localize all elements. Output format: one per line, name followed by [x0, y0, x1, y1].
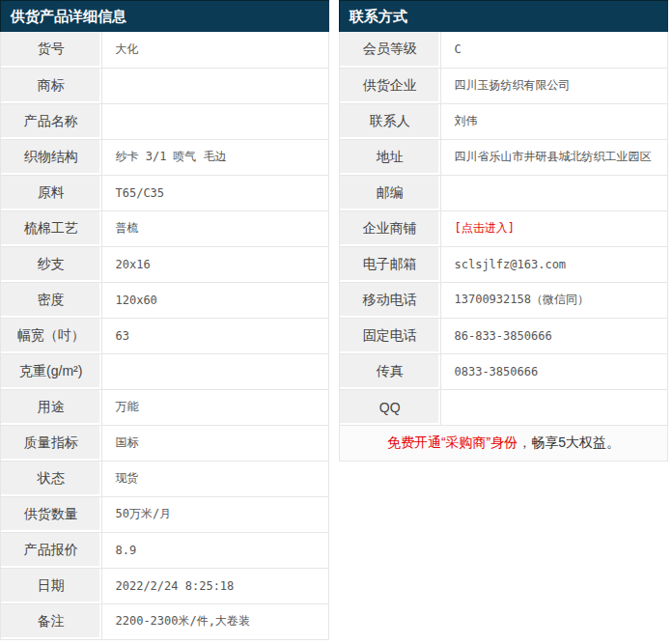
table-row: QQ: [340, 389, 667, 425]
row-value: [101, 353, 328, 389]
contact-panel-title: 联系方式: [339, 0, 668, 32]
row-value: 120x60: [101, 282, 328, 318]
row-label: QQ: [340, 389, 440, 425]
row-value: 纱卡 3/1 喷气 毛边: [101, 139, 328, 175]
row-label: 产品名称: [1, 103, 101, 139]
row-label: 产品报价: [1, 532, 101, 568]
shop-enter-link[interactable]: [点击进入]: [455, 221, 515, 235]
row-label: 会员等级: [340, 32, 440, 68]
table-row: 原料T65/C35: [1, 175, 328, 210]
product-panel-title: 供货产品详细信息: [0, 0, 329, 32]
row-value: 2200-2300米/件,大卷装: [101, 603, 328, 639]
row-value: 现货: [101, 461, 328, 496]
table-row: 织物结构纱卡 3/1 喷气 毛边: [1, 139, 328, 175]
table-row: 地址四川省乐山市井研县城北纺织工业园区: [340, 139, 667, 175]
table-row: 质量指标国标: [1, 425, 328, 461]
membership-promo-text: ，畅享5大权益。: [518, 434, 620, 450]
table-row: 电子邮箱sclsjlfz@163.com: [340, 246, 667, 282]
table-row: 幅宽（吋）63: [1, 318, 328, 353]
row-value: 13700932158（微信同）: [440, 282, 667, 318]
page: 供货产品详细信息 货号大化 商标 产品名称 织物结构纱卡 3/1 喷气 毛边 原…: [0, 0, 672, 640]
row-value: 刘伟: [440, 103, 667, 139]
table-row: 产品名称: [1, 103, 328, 139]
product-detail-table: 货号大化 商标 产品名称 织物结构纱卡 3/1 喷气 毛边 原料T65/C35 …: [0, 32, 329, 640]
row-value: 国标: [101, 425, 328, 461]
table-row: 纱支20x16: [1, 246, 328, 282]
row-value: 四川省乐山市井研县城北纺织工业园区: [440, 139, 667, 175]
row-label: 质量指标: [1, 425, 101, 461]
table-row: 固定电话86-833-3850666: [340, 318, 667, 353]
row-value: 万能: [101, 389, 328, 425]
membership-promo-link[interactable]: 免费开通“采购商”身份: [387, 434, 518, 450]
row-label: 梳棉工艺: [1, 210, 101, 246]
row-value: 63: [101, 318, 328, 353]
table-row: 供货数量50万米/月: [1, 496, 328, 532]
row-label: 织物结构: [1, 139, 101, 175]
table-row: 备注2200-2300米/件,大卷装: [1, 603, 328, 639]
row-label: 企业商铺: [340, 210, 440, 246]
row-value: 50万米/月: [101, 496, 328, 532]
row-label: 移动电话: [340, 282, 440, 318]
row-value: [101, 68, 328, 103]
table-row: 免费开通“采购商”身份，畅享5大权益。: [340, 425, 667, 461]
table-row: 供货企业四川玉扬纺织有限公司: [340, 68, 667, 103]
row-label: 商标: [1, 68, 101, 103]
table-row: 会员等级C: [340, 32, 667, 68]
row-label: 固定电话: [340, 318, 440, 353]
table-row: 日期2022/2/24 8:25:18: [1, 568, 328, 603]
table-row: 传真0833-3850666: [340, 353, 667, 389]
row-label: 纱支: [1, 246, 101, 282]
table-row: 用途万能: [1, 389, 328, 425]
row-label: 状态: [1, 461, 101, 496]
row-value: 20x16: [101, 246, 328, 282]
row-label: 传真: [340, 353, 440, 389]
contact-panel: 联系方式 会员等级C 供货企业四川玉扬纺织有限公司 联系人刘伟 地址四川省乐山市…: [339, 0, 668, 640]
row-label: 备注: [1, 603, 101, 639]
table-row: 梳棉工艺普梳: [1, 210, 328, 246]
table-row: 邮编: [340, 175, 667, 210]
table-row: 状态现货: [1, 461, 328, 496]
row-label: 用途: [1, 389, 101, 425]
row-label: 供货企业: [340, 68, 440, 103]
table-row: 企业商铺[点击进入]: [340, 210, 667, 246]
row-label: 邮编: [340, 175, 440, 210]
table-row: 移动电话13700932158（微信同）: [340, 282, 667, 318]
row-value: 普梳: [101, 210, 328, 246]
row-label: 日期: [1, 568, 101, 603]
row-value: [440, 175, 667, 210]
row-value: [点击进入]: [440, 210, 667, 246]
table-row: 产品报价8.9: [1, 532, 328, 568]
product-detail-panel: 供货产品详细信息 货号大化 商标 产品名称 织物结构纱卡 3/1 喷气 毛边 原…: [0, 0, 329, 640]
row-value: 86-833-3850666: [440, 318, 667, 353]
row-value: [101, 103, 328, 139]
table-row: 货号大化: [1, 32, 328, 68]
row-value: 2022/2/24 8:25:18: [101, 568, 328, 603]
row-label: 货号: [1, 32, 101, 68]
table-row: 商标: [1, 68, 328, 103]
membership-promo: 免费开通“采购商”身份，畅享5大权益。: [340, 425, 667, 461]
row-label: 克重(g/m²): [1, 353, 101, 389]
row-label: 电子邮箱: [340, 246, 440, 282]
row-label: 原料: [1, 175, 101, 210]
row-value: 8.9: [101, 532, 328, 568]
row-value: sclsjlfz@163.com: [440, 246, 667, 282]
row-value: C: [440, 32, 667, 68]
row-label: 联系人: [340, 103, 440, 139]
row-value: T65/C35: [101, 175, 328, 210]
table-row: 联系人刘伟: [340, 103, 667, 139]
row-value: 大化: [101, 32, 328, 68]
row-value: 四川玉扬纺织有限公司: [440, 68, 667, 103]
contact-table: 会员等级C 供货企业四川玉扬纺织有限公司 联系人刘伟 地址四川省乐山市井研县城北…: [339, 32, 668, 462]
row-value: 0833-3850666: [440, 353, 667, 389]
row-value: [440, 389, 667, 425]
row-label: 幅宽（吋）: [1, 318, 101, 353]
row-label: 供货数量: [1, 496, 101, 532]
table-row: 密度120x60: [1, 282, 328, 318]
row-label: 密度: [1, 282, 101, 318]
row-label: 地址: [340, 139, 440, 175]
table-row: 克重(g/m²): [1, 353, 328, 389]
